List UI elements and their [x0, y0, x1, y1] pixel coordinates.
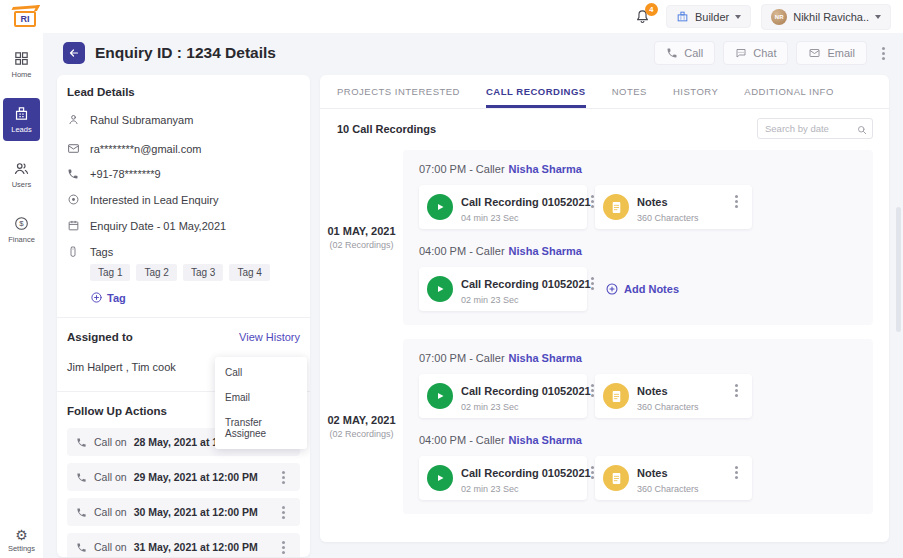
call-button-label: Call — [684, 47, 703, 59]
recording-title: Call Recording 01052021 — [461, 385, 591, 397]
kebab-icon — [591, 282, 594, 285]
notifications-button[interactable]: 4 — [630, 5, 656, 29]
enquiry-detail-panel: PROJECTS INTERESTED CALL RECORDINGS NOTE… — [320, 75, 889, 542]
note-icon — [603, 383, 629, 409]
logo-text: RI — [21, 14, 30, 24]
recording-time: 04:00 PM - Caller — [419, 245, 505, 257]
follow-up-row[interactable]: Call on 30 May, 2021 at 12:00 PM — [67, 498, 300, 526]
kebab-icon — [282, 546, 285, 549]
sidebar-item-leads[interactable]: Leads — [3, 98, 40, 141]
phone-icon — [76, 472, 87, 483]
vertical-scrollbar[interactable] — [896, 207, 901, 332]
follow-up-row[interactable]: Call on 29 May, 2021 at 12:00 PM — [67, 463, 300, 491]
lead-interest: Interested in Lead Enquiry — [90, 194, 218, 206]
call-recording-card: Call Recording 01052021 02 min 23 Sec — [419, 456, 587, 500]
sidebar: Home Leads Users $ Finance ⚙ Settin — [0, 33, 43, 558]
recording-more-button[interactable] — [591, 461, 594, 483]
sidebar-item-home[interactable]: Home — [3, 43, 40, 86]
recording-more-button[interactable] — [591, 379, 594, 401]
tag-chip[interactable]: Tag 2 — [136, 264, 176, 281]
sidebar-item-finance[interactable]: $ Finance — [3, 208, 40, 251]
follow-up-row[interactable]: Call on 31 May, 2021 at 12:00 PM — [67, 533, 300, 557]
group-date: 01 MAY, 2021 — [327, 225, 395, 237]
phone-icon — [67, 168, 80, 180]
view-history-link[interactable]: View History — [239, 331, 300, 343]
group-block: 07:00 PM - Caller Nisha Sharma Call Reco… — [403, 339, 873, 514]
add-notes-button[interactable]: Add Notes — [605, 282, 679, 296]
recording-time-row: 04:00 PM - Caller Nisha Sharma — [419, 245, 857, 257]
recording-group: 01 MAY, 2021 (02 Recordings) 07:00 PM - … — [320, 150, 889, 325]
tag-chip[interactable]: Tag 4 — [229, 264, 269, 281]
add-tag-label: Tag — [107, 292, 126, 304]
gear-icon: ⚙ — [15, 528, 28, 542]
back-arrow-icon — [68, 47, 80, 59]
target-icon — [67, 193, 80, 206]
caller-name-link[interactable]: Nisha Sharma — [509, 352, 582, 364]
play-icon — [434, 201, 446, 213]
play-button[interactable] — [427, 276, 453, 302]
lead-details-heading: Lead Details — [67, 86, 300, 98]
note-icon — [603, 194, 629, 220]
chat-button-label: Chat — [753, 47, 776, 59]
menu-item-email[interactable]: Email — [215, 385, 307, 410]
finance-dollar-icon: $ — [13, 215, 30, 232]
play-icon — [434, 390, 446, 402]
play-button[interactable] — [427, 194, 453, 220]
kebab-icon — [591, 389, 594, 392]
assigned-to-header: Assigned to View History — [67, 331, 300, 343]
sidebar-item-label: Leads — [11, 125, 31, 134]
chat-button[interactable]: Chat — [723, 41, 788, 65]
profile-menu[interactable]: NR Nikhil Ravicha.. — [761, 4, 891, 30]
kebab-icon — [591, 471, 594, 474]
lead-details-rows: Rahul Subramanyam ra********n@gmail.com … — [67, 113, 300, 304]
caller-name-link[interactable]: Nisha Sharma — [509, 434, 582, 446]
tab-history[interactable]: HISTORY — [673, 75, 718, 108]
play-button[interactable] — [427, 465, 453, 491]
call-recording-card: Call Recording 01052021 02 min 23 Sec — [419, 267, 587, 311]
app-logo[interactable]: RI — [12, 5, 42, 29]
recording-cards-row: Call Recording 01052021 02 min 23 Sec Ad… — [419, 267, 857, 311]
search-icon — [856, 122, 868, 140]
follow-up-action: Call on — [94, 471, 127, 483]
play-button[interactable] — [427, 383, 453, 409]
recording-more-button[interactable] — [591, 272, 594, 294]
recording-time: 04:00 PM - Caller — [419, 434, 505, 446]
call-button[interactable]: Call — [654, 41, 715, 65]
caller-name-link[interactable]: Nisha Sharma — [509, 163, 582, 175]
users-icon — [13, 160, 30, 177]
notes-more-button[interactable] — [728, 379, 744, 401]
group-date-column: 02 MAY, 2021 (02 Recordings) — [320, 339, 403, 514]
back-button[interactable] — [63, 42, 85, 64]
notes-more-button[interactable] — [728, 461, 744, 483]
builder-menu[interactable]: Builder — [666, 5, 751, 28]
header-more-button[interactable] — [875, 42, 891, 64]
tag-chip[interactable]: Tag 3 — [183, 264, 223, 281]
follow-up-more-button[interactable] — [275, 466, 291, 488]
content-area: Enquiry ID : 1234 Details Call Chat — [43, 33, 903, 558]
phone-icon — [76, 542, 87, 553]
follow-up-more-button[interactable] — [275, 501, 291, 523]
follow-up-more-button[interactable] — [275, 536, 291, 557]
tab-projects-interested[interactable]: PROJECTS INTERESTED — [337, 75, 460, 108]
tab-additional-info[interactable]: ADDITIONAL INFO — [744, 75, 834, 108]
sidebar-item-label: Home — [11, 70, 31, 79]
menu-item-call[interactable]: Call — [215, 360, 307, 385]
tab-notes[interactable]: NOTES — [612, 75, 647, 108]
tag-chip[interactable]: Tag 1 — [90, 264, 130, 281]
note-icon — [603, 465, 629, 491]
sidebar-item-users[interactable]: Users — [3, 153, 40, 196]
sidebar-item-label: Settings — [8, 544, 35, 553]
caller-name-link[interactable]: Nisha Sharma — [509, 245, 582, 257]
menu-item-transfer-assignee[interactable]: Transfer Assignee — [215, 410, 307, 446]
recording-more-button[interactable] — [591, 190, 594, 212]
recording-group: 02 MAY, 2021 (02 Recordings) 07:00 PM - … — [320, 339, 889, 514]
lead-phone: +91-78*******9 — [90, 168, 161, 180]
phone-icon — [666, 47, 678, 59]
add-tag-button[interactable]: Tag — [90, 291, 300, 304]
tab-call-recordings[interactable]: CALL RECORDINGS — [486, 75, 586, 108]
notes-more-button[interactable] — [728, 190, 744, 212]
sidebar-item-settings[interactable]: ⚙ Settings — [0, 528, 43, 553]
email-button[interactable]: Email — [796, 41, 867, 65]
kebab-icon — [735, 389, 738, 392]
tags-label: Tags — [90, 246, 113, 258]
